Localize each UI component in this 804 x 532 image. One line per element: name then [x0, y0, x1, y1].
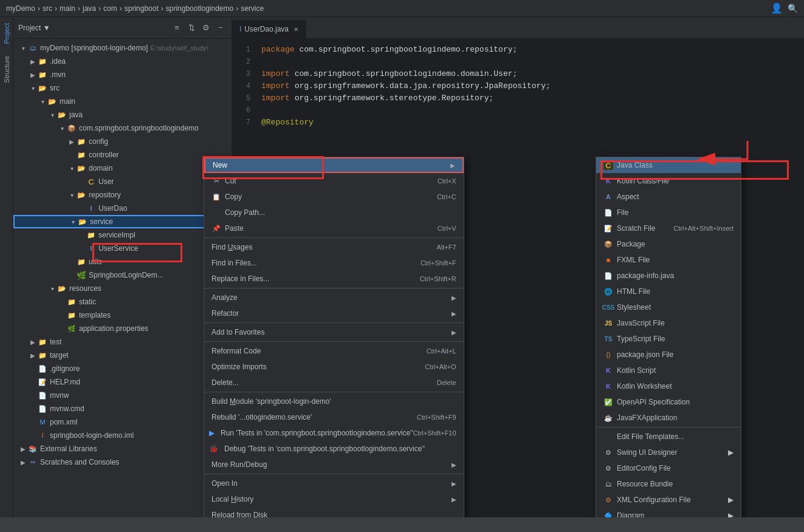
ctx-item-new[interactable]: New ▶ — [204, 157, 464, 173]
ctx-item-local-history[interactable]: Local History ▶ — [204, 491, 464, 507]
tree-arrow[interactable]: ▶ — [28, 56, 38, 66]
ctx-item-more-run[interactable]: More Run/Debug ▶ — [204, 457, 464, 472]
tree-item-myDemo[interactable]: ▾ 🗂 myDemo [springboot-login-demo] E:\st… — [13, 41, 232, 55]
tree-item-domain[interactable]: ▾ 📂 domain — [13, 162, 232, 175]
submenu-item-editorconfig[interactable]: ⚙ EditorConfig File — [596, 460, 741, 476]
tree-item-ext-libs[interactable]: ▶ 📚 External Libraries — [13, 442, 232, 455]
tree-arrow[interactable]: ▾ — [68, 217, 78, 227]
tree-arrow[interactable]: ▶ — [28, 70, 38, 80]
tree-item-mvn[interactable]: ▶ 📁 .mvn — [13, 68, 232, 81]
ctx-item-refactor[interactable]: Refactor ▶ — [204, 305, 464, 321]
ctx-item-replace-files[interactable]: Replace in Files... Ctrl+Shift+R — [204, 271, 464, 287]
breadcrumb-item[interactable]: service — [241, 4, 264, 13]
submenu-item-resource-bundle[interactable]: 🗂 Resource Bundle — [596, 476, 741, 492]
tree-item-test[interactable]: ▶ 📁 test — [13, 335, 232, 349]
tree-item-resources[interactable]: ▾ 📂 resources — [13, 282, 232, 295]
ctx-item-rebuild[interactable]: Rebuild '...otlogindemo.service' Ctrl+Sh… — [204, 409, 464, 425]
tree-item-service[interactable]: ▾ 📂 service — [13, 215, 232, 228]
tree-arrow[interactable]: ▾ — [67, 190, 77, 200]
breadcrumb-item[interactable]: com — [103, 4, 117, 13]
tree-arrow[interactable]: ▾ — [67, 163, 77, 173]
ctx-item-run-tests[interactable]: ▶ Run 'Tests in 'com.springboot.springbo… — [204, 425, 464, 441]
tree-item-pomxml[interactable]: M pom.xml — [13, 415, 232, 429]
search-icon[interactable]: 🔍 — [788, 4, 798, 13]
ctx-item-add-favorites[interactable]: Add to Favorites ▶ — [204, 324, 464, 340]
tree-arrow[interactable]: ▾ — [47, 110, 57, 120]
tree-item-scratches[interactable]: ▶ ✏ Scratches and Consoles — [13, 455, 232, 469]
ctx-item-copy[interactable]: 📋 Copy Ctrl+C — [204, 189, 464, 205]
tree-arrow[interactable]: ▶ — [67, 137, 77, 146]
breadcrumb-item[interactable]: src — [43, 4, 52, 13]
tree-item-repository[interactable]: ▾ 📂 repository — [13, 188, 232, 202]
tree-arrow[interactable]: ▾ — [57, 123, 67, 133]
structure-tab[interactable]: Structure — [1, 50, 13, 89]
tree-arrow[interactable]: ▶ — [18, 444, 28, 454]
submenu-item-scratch-file[interactable]: 📝 Scratch File Ctrl+Alt+Shift+Insert — [596, 220, 741, 236]
submenu-item-javafx[interactable]: ☕ JavaFXApplication — [596, 410, 741, 426]
tree-item-src[interactable]: ▾ 📂 src — [13, 81, 232, 95]
tree-item-templates[interactable]: 📁 templates — [13, 309, 232, 322]
submenu-item-fxml[interactable]: ■ FXML File — [596, 252, 741, 268]
tree-item-User[interactable]: C User — [13, 175, 232, 188]
breadcrumb-item[interactable]: java — [83, 4, 96, 13]
tree-item-iml[interactable]: I springboot-login-demo.iml — [13, 429, 232, 442]
tree-arrow[interactable]: ▾ — [28, 83, 38, 93]
submenu-item-package-info[interactable]: 📄 package-info.java — [596, 268, 741, 284]
settings-button[interactable]: ⚙ — [200, 22, 212, 34]
submenu-item-openapi[interactable]: ✅ OpenAPI Specification — [596, 394, 741, 410]
submenu-item-java-class[interactable]: C Java Class — [596, 157, 741, 173]
ctx-item-reformat[interactable]: Reformat Code Ctrl+Alt+L — [204, 343, 464, 359]
ctx-item-find-usages[interactable]: Find Usages Alt+F7 — [204, 239, 464, 255]
hide-panel-button[interactable]: − — [215, 22, 227, 34]
expand-all-button[interactable]: ⇅ — [185, 22, 198, 34]
collapse-all-button[interactable]: ≡ — [171, 22, 183, 34]
submenu-item-typescript[interactable]: TS TypeScript File — [596, 331, 741, 347]
tree-item-utils[interactable]: 📁 utils — [13, 255, 232, 268]
ctx-item-debug-tests[interactable]: 🐞 Debug 'Tests in 'com.springboot.spring… — [204, 441, 464, 457]
tree-arrow[interactable]: ▶ — [28, 337, 38, 347]
tree-arrow[interactable]: ▶ — [18, 457, 28, 467]
tab-UserDao[interactable]: I UserDao.java ✕ — [232, 20, 306, 38]
tree-arrow[interactable] — [67, 150, 77, 160]
tree-item-idea[interactable]: ▶ 📁 .idea — [13, 55, 232, 68]
tab-close-button[interactable]: ✕ — [294, 26, 298, 33]
breadcrumb-item[interactable]: main — [60, 4, 75, 13]
tree-item-static[interactable]: 📁 static — [13, 295, 232, 309]
tree-arrow[interactable]: ▾ — [18, 43, 28, 53]
ctx-item-delete[interactable]: Delete... Delete — [204, 375, 464, 390]
tree-item-UserDao[interactable]: I UserDao — [13, 202, 232, 215]
tree-item-appprops[interactable]: 🌿 application.properties — [13, 322, 232, 335]
tree-item-main[interactable]: ▾ 📂 main — [13, 95, 232, 108]
submenu-item-edit-templates[interactable]: Edit File Templates... — [596, 429, 741, 445]
tree-item-HELP[interactable]: 📝 HELP.md — [13, 375, 232, 389]
ctx-item-analyze[interactable]: Analyze ▶ — [204, 290, 464, 305]
ctx-item-build-module[interactable]: Build Module 'springboot-login-demo' — [204, 394, 464, 409]
submenu-item-javascript[interactable]: JS JavaScript File — [596, 315, 741, 331]
tree-arrow[interactable]: ▶ — [28, 350, 38, 360]
submenu-item-swing-ui[interactable]: ⚙ Swing UI Designer ▶ — [596, 445, 741, 460]
tree-item-gitignore[interactable]: 📄 .gitignore — [13, 362, 232, 375]
tree-item-target[interactable]: ▶ 📁 target — [13, 349, 232, 362]
tree-item-controller[interactable]: 📁 controller — [13, 148, 232, 162]
tree-item-config[interactable]: ▶ 📁 config — [13, 135, 232, 148]
ctx-item-copy-path[interactable]: Copy Path... — [204, 205, 464, 220]
ctx-item-open-in[interactable]: Open In ▶ — [204, 476, 464, 491]
submenu-item-file[interactable]: 📄 File — [596, 205, 741, 220]
tree-item-com[interactable]: ▾ 📦 com.springboot.springbootlogindemo — [13, 121, 232, 135]
ctx-item-cut[interactable]: ✂ Cut Ctrl+X — [204, 173, 464, 189]
submenu-item-kotlin-worksheet[interactable]: K Kotlin Worksheet — [596, 378, 741, 394]
tree-arrow[interactable]: ▾ — [47, 284, 57, 293]
project-tab[interactable]: Project — [1, 17, 13, 50]
breadcrumb-item[interactable]: myDemo — [6, 4, 35, 13]
user-icon[interactable]: 👤 — [771, 2, 783, 14]
tree-item-UserService[interactable]: I UserService — [13, 242, 232, 255]
submenu-item-package[interactable]: 📦 Package — [596, 236, 741, 252]
ctx-item-find-files[interactable]: Find in Files... Ctrl+Shift+F — [204, 255, 464, 271]
ctx-item-paste[interactable]: 📌 Paste Ctrl+V — [204, 220, 464, 236]
tree-arrow[interactable]: ▾ — [38, 97, 47, 106]
tree-item-serviceImpl[interactable]: 📁 serviceImpl — [13, 228, 232, 242]
submenu-item-kotlin-class[interactable]: K Kotlin Class/File — [596, 173, 741, 189]
submenu-item-html[interactable]: 🌐 HTML File — [596, 284, 741, 299]
breadcrumb-item[interactable]: springbootlogindemo — [166, 4, 233, 13]
submenu-item-xml-config[interactable]: ⚙ XML Configuration File ▶ — [596, 492, 741, 508]
